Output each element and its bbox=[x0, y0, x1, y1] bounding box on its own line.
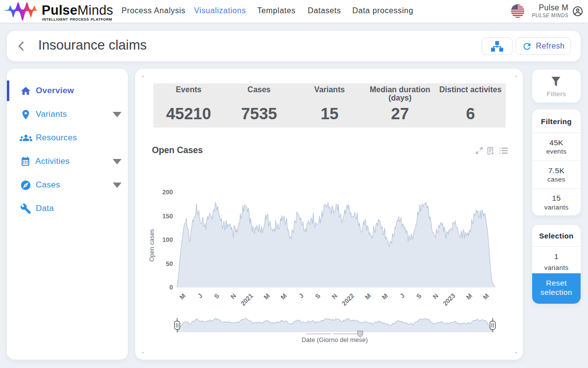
svg-text:150: 150 bbox=[162, 212, 173, 220]
svg-text:Open cases: Open cases bbox=[148, 229, 155, 262]
svg-text:S: S bbox=[314, 292, 322, 300]
svg-text:2022: 2022 bbox=[341, 292, 356, 307]
svg-text:2023: 2023 bbox=[441, 292, 457, 307]
svg-text:0: 0 bbox=[170, 284, 173, 291]
svg-text:S: S bbox=[415, 292, 423, 300]
svg-text:J: J bbox=[398, 292, 406, 300]
svg-text:M: M bbox=[262, 292, 271, 301]
svg-text:M: M bbox=[465, 292, 473, 301]
svg-text:M: M bbox=[364, 292, 372, 301]
svg-text:N: N bbox=[330, 292, 339, 300]
svg-text:N: N bbox=[229, 292, 238, 300]
svg-text:200: 200 bbox=[162, 188, 173, 196]
svg-text:Date (Giorno del mese): Date (Giorno del mese) bbox=[301, 336, 368, 343]
svg-text:J: J bbox=[297, 292, 305, 300]
svg-text:M: M bbox=[380, 292, 389, 301]
svg-text:M: M bbox=[482, 292, 490, 301]
svg-text:50: 50 bbox=[166, 260, 173, 267]
svg-text:2021: 2021 bbox=[239, 292, 254, 307]
svg-text:N: N bbox=[431, 292, 440, 300]
svg-text:S: S bbox=[213, 292, 221, 300]
svg-text:J: J bbox=[196, 292, 204, 300]
svg-text:100: 100 bbox=[162, 236, 173, 243]
svg-text:M: M bbox=[178, 292, 187, 301]
svg-text:M: M bbox=[279, 292, 288, 301]
